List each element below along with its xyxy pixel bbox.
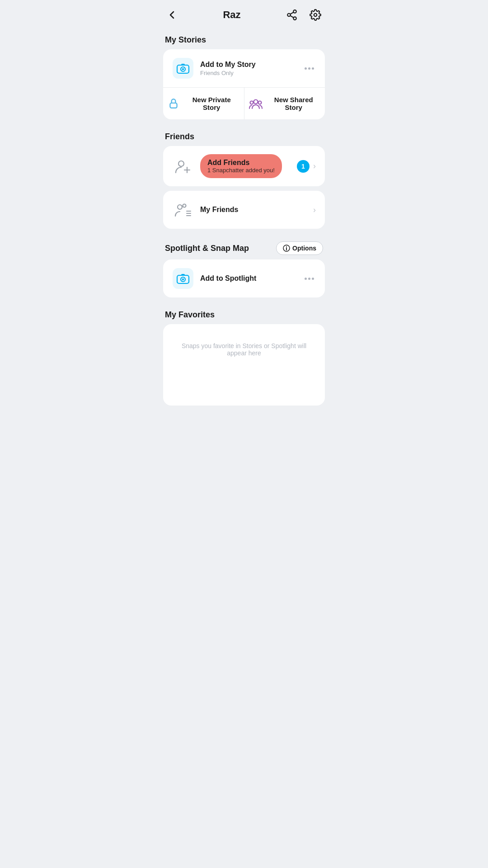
svg-point-1: [287, 14, 291, 17]
svg-point-12: [253, 100, 258, 104]
favorites-empty-text: Snaps you favorite in Stories or Spotlig…: [163, 324, 325, 375]
add-friends-chevron: ›: [313, 161, 316, 171]
my-stories-label: My Stories: [156, 28, 332, 49]
new-private-story-label: New Private Story: [184, 96, 239, 111]
add-friends-text: Add Friends 1 Snapchatter added you!: [200, 154, 297, 178]
add-story-title: Add to My Story: [200, 61, 303, 69]
back-button[interactable]: [165, 8, 179, 22]
add-story-subtitle: Friends Only: [200, 70, 303, 76]
page-title: Raz: [223, 9, 240, 21]
svg-point-0: [293, 10, 296, 13]
svg-point-18: [178, 205, 182, 209]
group-icon: [249, 98, 263, 109]
spotlight-section-header: Spotlight & Snap Map Options: [156, 234, 332, 259]
add-to-spotlight-row[interactable]: Add to Spotlight: [163, 259, 325, 297]
svg-point-14: [258, 101, 261, 104]
add-friends-row[interactable]: Add Friends 1 Snapchatter added you! 1 ›: [163, 146, 325, 186]
add-to-my-story-row[interactable]: Add to My Story Friends Only: [163, 49, 325, 87]
add-friends-highlight: Add Friends 1 Snapchatter added you!: [200, 154, 282, 178]
my-friends-card[interactable]: My Friends ›: [163, 191, 325, 229]
header-actions: [284, 7, 323, 23]
my-friends-text: My Friends: [200, 206, 313, 214]
share-button[interactable]: [284, 7, 300, 23]
spotlight-label: Spotlight & Snap Map: [165, 244, 249, 253]
add-to-spotlight-title: Add to Spotlight: [200, 274, 303, 283]
favorites-label: My Favorites: [156, 303, 332, 324]
new-shared-story-label: New Shared Story: [267, 96, 321, 111]
svg-rect-11: [170, 103, 177, 108]
svg-point-19: [183, 204, 186, 208]
spotlight-more-button[interactable]: [303, 276, 316, 282]
my-stories-card: Add to My Story Friends Only New Private…: [163, 49, 325, 119]
lock-icon: [168, 98, 179, 109]
options-button[interactable]: Options: [276, 241, 323, 255]
settings-button[interactable]: [308, 7, 323, 23]
svg-line-4: [290, 12, 293, 14]
add-friends-title: Add Friends: [207, 159, 275, 167]
svg-point-9: [182, 68, 184, 70]
svg-point-15: [178, 161, 184, 166]
camera-icon: [172, 57, 194, 79]
svg-point-13: [250, 101, 253, 104]
svg-point-5: [314, 14, 317, 17]
spotlight-text: Add to Spotlight: [200, 274, 303, 283]
favorites-card: Snaps you favorite in Stories or Spotlig…: [163, 324, 325, 406]
my-friends-title: My Friends: [200, 206, 313, 214]
new-shared-story-button[interactable]: New Shared Story: [244, 88, 325, 119]
friends-label: Friends: [156, 125, 332, 146]
svg-point-25: [286, 246, 287, 247]
add-story-more-button[interactable]: [303, 66, 316, 71]
svg-rect-10: [181, 64, 185, 66]
svg-line-3: [290, 16, 293, 18]
add-friends-badge: 1: [297, 160, 310, 173]
friends-list-icon: [172, 199, 194, 221]
options-label: Options: [292, 245, 316, 252]
add-story-text: Add to My Story Friends Only: [200, 61, 303, 76]
new-private-story-button[interactable]: New Private Story: [163, 88, 244, 119]
svg-point-29: [182, 278, 184, 280]
header: Raz: [156, 0, 332, 28]
my-friends-row[interactable]: My Friends ›: [163, 191, 325, 229]
my-friends-chevron: ›: [313, 205, 316, 215]
svg-rect-30: [181, 274, 185, 276]
story-options-row: New Private Story New Shared Story: [163, 87, 325, 119]
spotlight-camera-icon: [172, 268, 194, 289]
add-person-icon: [172, 156, 194, 177]
add-friends-card[interactable]: Add Friends 1 Snapchatter added you! 1 ›: [163, 146, 325, 186]
add-friends-subtitle: 1 Snapchatter added you!: [207, 167, 275, 174]
spotlight-card[interactable]: Add to Spotlight: [163, 259, 325, 297]
svg-point-2: [293, 17, 296, 20]
